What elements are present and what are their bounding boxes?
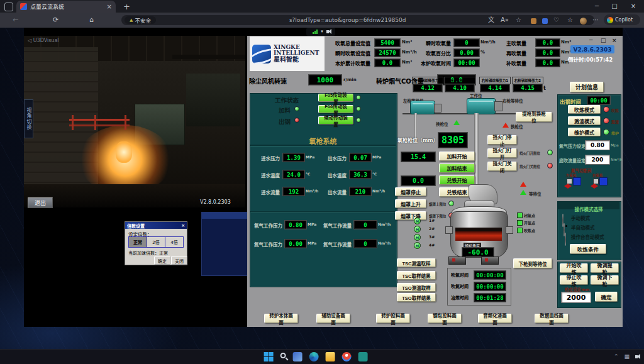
fire-door-stop-button[interactable]: 挡火门停止	[487, 135, 517, 145]
hmi-maximize-icon[interactable]: □	[601, 37, 606, 43]
dialog-close-icon[interactable]: ×	[181, 223, 185, 228]
read-aloud-icon[interactable]: A»	[501, 17, 509, 23]
speaker-icon[interactable]	[326, 30, 329, 33]
option-normal[interactable]: 正常	[129, 237, 147, 247]
address-bar[interactable]: ▲ 不安全 s?loadType=auto&group=6fdnw219850d	[121, 15, 594, 25]
network-icon[interactable]: ▦	[624, 353, 630, 360]
maintain-mode-button[interactable]: 维护模式	[568, 128, 601, 136]
tsc-result-button[interactable]: TSC取样结果	[397, 271, 436, 280]
hood-down-button[interactable]: 烟罩下降	[395, 211, 426, 220]
app-orange-icon[interactable]	[342, 352, 352, 361]
raise-lance-button[interactable]: 提枪到换枪位	[516, 112, 552, 122]
nav-audio-slag[interactable]: 音频化渣画面	[478, 314, 512, 323]
nav-ladle-feed[interactable]: 钢包投料画面	[428, 314, 462, 323]
hmi-close-icon[interactable]: ×	[612, 37, 617, 43]
wait-pos-green-triangle	[520, 190, 526, 195]
start-blow-button[interactable]: 开始吹炼	[560, 263, 588, 273]
search-icon[interactable]	[280, 353, 286, 358]
trim-up-button[interactable]: 微调提枪	[591, 263, 619, 273]
start-icon[interactable]	[264, 352, 274, 361]
blow-condition-button[interactable]: 吹炼条件	[570, 244, 606, 254]
tab-actions-icon[interactable]	[4, 3, 13, 11]
iron-start-button[interactable]: 兑铁开始	[439, 175, 475, 185]
n2-pressure-label: 氮气压力设定	[559, 143, 586, 149]
dialog-close-button[interactable]: 关闭	[171, 256, 187, 265]
feed-end-button[interactable]: 加料结束	[439, 163, 475, 173]
tray-speaker-icon[interactable]	[635, 353, 638, 360]
plant-video-feed[interactable]	[24, 36, 245, 207]
bottom-flow-input[interactable]: 200	[585, 155, 610, 165]
exit-button[interactable]: 退出	[28, 197, 53, 208]
change-pos-label: 换枪位	[436, 121, 448, 127]
task-view-icon[interactable]	[293, 352, 303, 361]
avatar-icon[interactable]	[580, 18, 587, 25]
time-value: 00:00:00	[474, 270, 506, 280]
favorites-star-icon[interactable]: ☆	[516, 17, 521, 23]
confirm-button[interactable]: 确定	[595, 292, 618, 302]
metric-value: 24570	[374, 48, 401, 57]
dialog-ok-button[interactable]: 确定	[154, 256, 170, 265]
maintain-mode-indicator	[603, 129, 609, 135]
mode-option-label[interactable]: 操作台自动模式	[571, 233, 604, 240]
collections-star-icon[interactable]: ☆	[567, 17, 573, 23]
fire-door-open-button[interactable]: 挡火门打开	[487, 148, 517, 158]
point-label: 闭氧点	[524, 212, 535, 218]
tilt-drive-button[interactable]: 倾动传动装置	[318, 116, 353, 124]
screen: 点量云流系统 × + ─ □ × ← ⟳ ⌂ ▲ 不安全 s?loadType=…	[0, 0, 644, 364]
slag-mode-button[interactable]: 溅渣模式	[568, 116, 601, 125]
browser-tab[interactable]: 点量云流系统 ×	[16, 1, 116, 13]
trim-down-button[interactable]: 微调下枪	[591, 275, 619, 285]
fire-door-close-button[interactable]: 挡火门关闭	[487, 162, 517, 171]
tso-result-button[interactable]: TSO取样结果	[397, 293, 436, 302]
home-icon[interactable]: ⌂	[89, 16, 94, 24]
tso-measure-button[interactable]: TSO测温取样	[397, 283, 436, 292]
back-icon[interactable]: ←	[13, 16, 18, 24]
lance-set-input[interactable]: 2000	[561, 292, 591, 303]
background-window[interactable]	[201, 212, 248, 276]
maximize-icon[interactable]: □	[608, 3, 621, 9]
option-2x[interactable]: 2倍	[147, 237, 165, 247]
nav-converter-feed[interactable]: 转炉投料画面	[376, 314, 410, 323]
dialog-titlebar[interactable]: 倍数设置 ×	[125, 222, 187, 229]
nav-data-curves[interactable]: 数据曲线画面	[535, 314, 569, 323]
close-icon[interactable]: ×	[626, 3, 640, 9]
more-icon[interactable]: ⋯	[592, 17, 599, 23]
nav-converter-body[interactable]: 转炉本体画面	[264, 314, 298, 323]
option-4x[interactable]: 4倍	[165, 237, 183, 247]
security-chip[interactable]: ▲ 不安全	[125, 16, 156, 24]
new-tab-icon[interactable]: +	[123, 3, 130, 11]
folder-icon[interactable]	[326, 352, 335, 361]
refresh-icon[interactable]: ⟳	[53, 16, 58, 24]
tray-chevron-icon[interactable]: ⌃	[614, 353, 619, 360]
lower-lance-button[interactable]: 下枪到等待位	[513, 258, 552, 268]
chevron-down-icon[interactable]: ▾	[321, 30, 323, 34]
feed-start-button[interactable]: 加料开始	[439, 152, 475, 161]
motor-label: 3#	[429, 234, 435, 239]
n2-pressure-input[interactable]: 0.80	[585, 140, 610, 150]
stop-blow-button[interactable]: 停止吹炼	[560, 275, 588, 285]
extension-blue-icon[interactable]	[542, 18, 548, 24]
extension-orange-icon[interactable]	[531, 18, 536, 24]
translate-icon[interactable]: 文	[488, 17, 494, 23]
hmi-minimize-icon[interactable]: ─	[589, 37, 592, 43]
browser-essentials-icon[interactable]: ♡	[553, 17, 559, 23]
f06-drive-button[interactable]: F06传动装置	[318, 105, 353, 113]
copilot-button[interactable]: Copilot	[604, 14, 640, 25]
red-railing	[69, 119, 130, 121]
mode-option-label[interactable]: 手动模式	[571, 214, 590, 221]
view-switch-tab[interactable]: 视角切换	[24, 99, 33, 138]
nav-aux-equipment[interactable]: 辅助设备画面	[316, 314, 350, 323]
stream-control-bar[interactable]: ▾	[306, 28, 335, 36]
close-tab-icon[interactable]: ×	[107, 4, 112, 10]
mode-option-label[interactable]: 半自动模式	[571, 224, 595, 231]
tsc-measure-button[interactable]: TSC测温取样	[397, 258, 436, 267]
console-auto-mode-radio[interactable]	[565, 233, 566, 246]
hood-up-button[interactable]: 烟罩上升	[395, 199, 426, 208]
f05-drive-button[interactable]: F05传动装置	[318, 94, 353, 102]
minimize-icon[interactable]: ─	[590, 3, 604, 9]
app-teal-icon[interactable]	[358, 352, 368, 361]
plan-info-button[interactable]: 计划信息	[570, 82, 604, 92]
hood-stop-button[interactable]: 烟罩停止	[395, 187, 426, 196]
blow-mode-button[interactable]: 吹炼模式	[568, 105, 601, 114]
edge-icon[interactable]	[309, 352, 319, 361]
